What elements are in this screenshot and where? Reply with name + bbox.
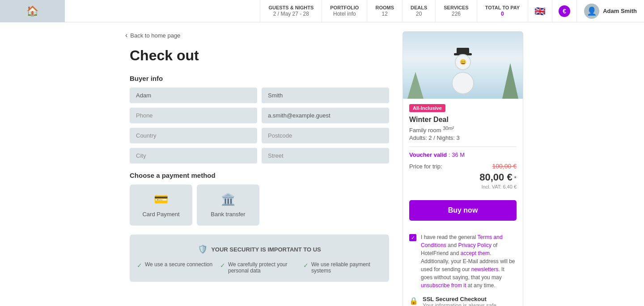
user-name: Adam Smith [603,8,637,14]
country-input[interactable] [130,128,257,143]
security-point-1: ✓ We use a secure connection [137,261,216,274]
security-text-2: We carefully protect your personal data [228,261,299,274]
postcode-input[interactable] [262,128,389,143]
security-text-3: We use reliable payment systems [311,261,382,274]
price-label: Price for trip: [409,163,442,170]
logo-area: 🏠 [0,0,65,22]
terms-text: I have read the general Terms and Condit… [421,233,517,289]
newsletter-link[interactable]: newsletters [471,266,499,272]
first-name-input[interactable] [130,88,257,103]
voucher-label: Voucher valid [409,151,447,158]
total-label: TOTAL TO PAY [485,4,520,11]
deal-title: Winter Deal [409,116,517,124]
hotel-image-bg: 😀 [403,32,523,99]
terms-row: ✓ I have read the general Terms and Cond… [409,233,517,289]
ssl-title: SSL Secured Checkout [423,296,496,302]
bank-transfer-option[interactable]: 🏛️ Bank transfer [197,184,259,226]
nav-portfolio[interactable]: PORTFOLIO Hotel info [322,0,367,22]
flag-icon: 🇬🇧 [534,6,546,17]
payment-options: 💳 Card Payment 🏛️ Bank transfer [130,184,389,226]
voucher-line: Voucher valid : 36 M [409,147,517,158]
buy-now-button[interactable]: Buy now [409,200,517,221]
nav-deals[interactable]: DEALS 20 [402,0,435,22]
security-point-3: ✓ We use reliable payment systems [303,261,382,274]
security-point-2: ✓ We carefully protect your personal dat… [220,261,299,274]
back-link[interactable]: ‹ Back to home page [125,31,389,39]
euro-icon: € [559,5,570,17]
vat-text: Incl. VAT: 6,40 € [409,184,517,189]
avatar: 👤 [584,4,599,19]
services-label: SERVICES [444,4,468,11]
last-name-input[interactable] [262,88,389,103]
guests-nights-label: GUESTS & NIGHTS [268,4,314,11]
new-price: 80,00 € [479,172,512,183]
security-points: ✓ We use a secure connection ✓ We carefu… [137,261,382,274]
old-price: 100,00 € [492,163,517,170]
street-input[interactable] [262,148,389,163]
nav-services[interactable]: SERVICES 226 [435,0,476,22]
chevron-left-icon: ‹ [125,31,127,39]
check-icon-3: ✓ [303,262,309,269]
currency-selector[interactable]: € [552,0,576,22]
payment-section-label: Choose a payment method [130,172,389,179]
ssl-row: 🔒 SSL Secured Checkout Your information … [403,296,523,306]
card-icon: 💳 [154,193,168,206]
check-icon-1: ✓ [137,262,142,269]
user-area[interactable]: 👤 Adam Smith [576,0,644,22]
back-link-label: Back to home page [130,32,180,39]
phone-input[interactable] [130,108,257,123]
portfolio-value: Hotel info [333,11,356,18]
snowman: 😀 [452,49,474,94]
location-row-1 [130,128,389,143]
unsubscribe-link[interactable]: unsubscribe from it [421,282,466,289]
portfolio-label: PORTFOLIO [330,4,359,11]
snowman-body-bottom [452,72,474,94]
guests-nights-value: 2 / May 27 - 28 [273,11,309,18]
hotel-info: All-Inclusive Winter Deal Family room 30… [403,99,523,200]
buyer-info-label: Buyer info [130,75,389,82]
logo-icon: 🏠 [26,5,38,17]
email-input[interactable] [262,108,389,123]
language-selector[interactable]: 🇬🇧 [528,0,552,22]
privacy-link[interactable]: Privacy Policy [458,242,491,248]
city-input[interactable] [130,148,257,163]
price-asterisk: * [514,175,517,182]
right-col: 😀 All-Inclusive Winter Deal Family room … [402,31,523,306]
price-row: Price for trip: 100,00 € [409,163,517,170]
nav-items: GUESTS & NIGHTS 2 / May 27 - 28 PORTFOLI… [260,0,644,22]
security-section: 🛡️ YOUR SECURITY IS IMPORTANT TO US ✓ We… [130,235,389,282]
page-title: Check out [130,47,389,64]
top-nav: 🏠 GUESTS & NIGHTS 2 / May 27 - 28 PORTFO… [0,0,644,22]
accept-link[interactable]: accept them [461,250,490,256]
contact-row [130,108,389,123]
ssl-subtitle: Your information is always safe [423,302,496,306]
name-row [130,88,389,103]
card-payment-option[interactable]: 💳 Card Payment [130,184,192,226]
ssl-info: SSL Secured Checkout Your information is… [423,296,496,306]
nav-guests-nights: GUESTS & NIGHTS 2 / May 27 - 28 [260,0,322,22]
room-info: Family room 30m² [409,126,517,134]
lock-icon: 🔒 [409,297,418,305]
terms-text-1: I have read the general [421,234,478,240]
total-value: 0 [501,11,504,18]
rooms-value: 12 [382,11,388,18]
left-col: ‹ Back to home page Check out Buyer info… [130,31,389,306]
tree-right [502,63,518,99]
nav-rooms[interactable]: ROOMS 12 [367,0,402,22]
security-title-text: YOUR SECURITY IS IMPORTANT TO US [211,246,321,253]
card-label: Card Payment [142,211,179,218]
room-size: 30m² [443,126,454,131]
security-text-1: We use a secure connection [145,261,212,268]
nav-total: TOTAL TO PAY 0 [477,0,528,22]
terms-checkbox[interactable]: ✓ [409,234,416,241]
tree-left [407,72,424,99]
bank-icon: 🏛️ [221,193,235,206]
shield-icon: 🛡️ [198,244,208,254]
deals-label: DEALS [411,4,427,11]
voucher-duration: 36 M [452,151,465,158]
hotel-card: 😀 All-Inclusive Winter Deal Family room … [402,31,523,306]
terms-section: ✓ I have read the general Terms and Cond… [403,233,523,289]
security-title: 🛡️ YOUR SECURITY IS IMPORTANT TO US [137,244,382,254]
bank-label: Bank transfer [211,211,245,218]
buy-now-container: Buy now [403,200,523,233]
